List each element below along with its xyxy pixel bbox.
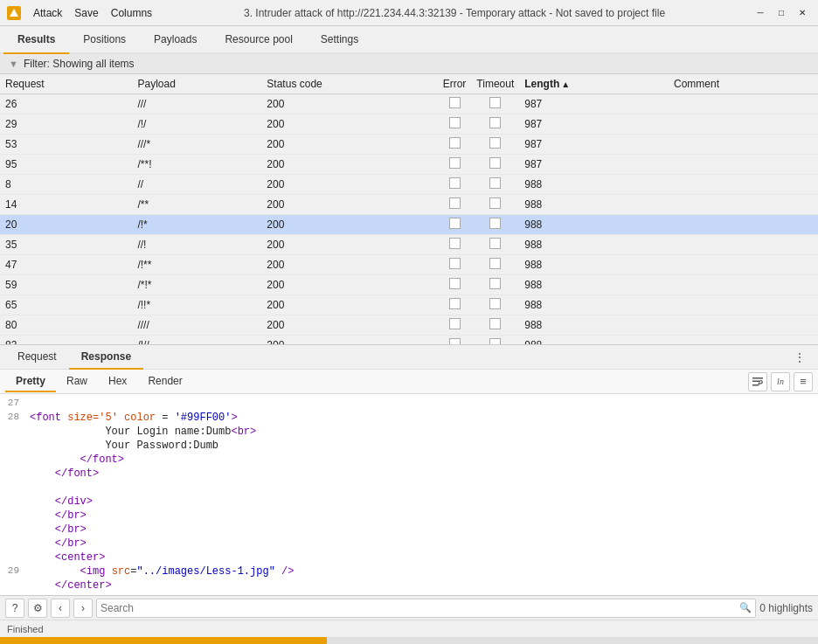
word-wrap-button[interactable]: [748, 372, 767, 391]
col-comment[interactable]: Comment: [669, 74, 818, 94]
col-timeout[interactable]: Timeout: [471, 74, 519, 94]
timeout-checkbox[interactable]: [489, 238, 501, 249]
subtab-render[interactable]: Render: [137, 371, 192, 392]
col-error[interactable]: Error: [438, 74, 472, 94]
tab-positions[interactable]: Positions: [69, 26, 140, 54]
help-button[interactable]: ?: [5, 599, 24, 618]
table-row[interactable]: 20 /!* 200 988: [0, 215, 818, 235]
subtab-raw[interactable]: Raw: [56, 371, 98, 392]
timeout-checkbox[interactable]: [489, 278, 501, 289]
table-row[interactable]: 29 /!/ 200 987: [0, 114, 818, 135]
cell-error[interactable]: [438, 155, 472, 175]
cell-error[interactable]: [438, 135, 472, 155]
timeout-checkbox[interactable]: [489, 258, 501, 269]
error-checkbox[interactable]: [449, 338, 461, 345]
more-options-icon[interactable]: ⋮: [787, 347, 813, 368]
table-row[interactable]: 8 // 200 988: [0, 175, 818, 195]
cell-error[interactable]: [438, 295, 472, 315]
subtab-hex[interactable]: Hex: [98, 371, 137, 392]
tab-response[interactable]: Response: [69, 345, 143, 370]
error-checkbox[interactable]: [449, 238, 461, 249]
error-checkbox[interactable]: [449, 157, 461, 169]
cell-error[interactable]: [438, 94, 472, 114]
table-row[interactable]: 53 ///* 200 987: [0, 135, 818, 155]
cell-timeout[interactable]: [471, 315, 519, 336]
error-checkbox[interactable]: [449, 278, 461, 289]
col-length[interactable]: Length▲: [519, 74, 669, 94]
tab-results[interactable]: Results: [3, 26, 69, 54]
cell-error[interactable]: [438, 195, 472, 215]
cell-timeout[interactable]: [471, 235, 519, 255]
timeout-checkbox[interactable]: [489, 218, 501, 229]
cell-timeout[interactable]: [471, 255, 519, 275]
tab-resource-pool[interactable]: Resource pool: [211, 26, 306, 54]
forward-button[interactable]: ›: [73, 599, 93, 618]
cell-error[interactable]: [438, 235, 472, 255]
filter-bar[interactable]: ▼ Filter: Showing all items: [0, 54, 818, 74]
tab-request[interactable]: Request: [5, 345, 69, 370]
error-checkbox[interactable]: [449, 97, 461, 108]
ln-toggle-button[interactable]: ln: [771, 372, 790, 391]
col-status-code[interactable]: Status code: [261, 74, 437, 94]
timeout-checkbox[interactable]: [489, 298, 501, 309]
error-checkbox[interactable]: [449, 258, 461, 269]
menu-attack[interactable]: Attack: [28, 5, 67, 21]
timeout-checkbox[interactable]: [489, 157, 501, 169]
more-tools-button[interactable]: ≡: [794, 372, 813, 391]
cell-error[interactable]: [438, 114, 472, 135]
cell-error[interactable]: [438, 255, 472, 275]
table-row[interactable]: 65 /!!* 200 988: [0, 295, 818, 315]
menu-columns[interactable]: Columns: [106, 5, 157, 21]
cell-timeout[interactable]: [471, 195, 519, 215]
table-row[interactable]: 26 /// 200 987: [0, 94, 818, 114]
error-checkbox[interactable]: [449, 298, 461, 309]
table-row[interactable]: 14 /** 200 988: [0, 195, 818, 215]
cell-error[interactable]: [438, 315, 472, 336]
col-payload[interactable]: Payload: [132, 74, 261, 94]
cell-timeout[interactable]: [471, 215, 519, 235]
table-row[interactable]: 35 //! 200 988: [0, 235, 818, 255]
table-row[interactable]: 59 /*!* 200 988: [0, 275, 818, 295]
tab-payloads[interactable]: Payloads: [140, 26, 211, 54]
close-button[interactable]: ✕: [794, 4, 811, 22]
col-request[interactable]: Request: [0, 74, 132, 94]
table-row[interactable]: 95 /**! 200 987: [0, 155, 818, 175]
timeout-checkbox[interactable]: [489, 338, 501, 345]
timeout-checkbox[interactable]: [489, 197, 501, 209]
back-button[interactable]: ‹: [51, 599, 70, 618]
search-input[interactable]: [101, 602, 739, 614]
cell-error[interactable]: [438, 175, 472, 195]
timeout-checkbox[interactable]: [489, 318, 501, 329]
error-checkbox[interactable]: [449, 117, 461, 128]
subtab-pretty[interactable]: Pretty: [5, 371, 56, 392]
error-checkbox[interactable]: [449, 318, 461, 329]
cell-error[interactable]: [438, 215, 472, 235]
error-checkbox[interactable]: [449, 218, 461, 229]
cell-timeout[interactable]: [471, 94, 519, 114]
search-icon[interactable]: 🔍: [739, 602, 752, 613]
timeout-checkbox[interactable]: [489, 117, 501, 128]
settings-button[interactable]: ⚙: [28, 599, 47, 618]
cell-timeout[interactable]: [471, 295, 519, 315]
table-row[interactable]: 47 /!** 200 988: [0, 255, 818, 275]
cell-timeout[interactable]: [471, 275, 519, 295]
error-checkbox[interactable]: [449, 177, 461, 189]
timeout-checkbox[interactable]: [489, 97, 501, 108]
error-checkbox[interactable]: [449, 137, 461, 149]
cell-timeout[interactable]: [471, 336, 519, 346]
tab-settings[interactable]: Settings: [307, 26, 372, 54]
cell-timeout[interactable]: [471, 114, 519, 135]
table-row[interactable]: 83 /!// 200 988: [0, 336, 818, 346]
table-row[interactable]: 80 //// 200 988: [0, 315, 818, 336]
cell-error[interactable]: [438, 336, 472, 346]
error-checkbox[interactable]: [449, 197, 461, 209]
timeout-checkbox[interactable]: [489, 137, 501, 149]
cell-timeout[interactable]: [471, 155, 519, 175]
timeout-checkbox[interactable]: [489, 177, 501, 189]
menu-save[interactable]: Save: [69, 5, 103, 21]
cell-error[interactable]: [438, 275, 472, 295]
cell-timeout[interactable]: [471, 175, 519, 195]
minimize-button[interactable]: ─: [752, 4, 769, 22]
cell-timeout[interactable]: [471, 135, 519, 155]
maximize-button[interactable]: □: [773, 4, 790, 22]
